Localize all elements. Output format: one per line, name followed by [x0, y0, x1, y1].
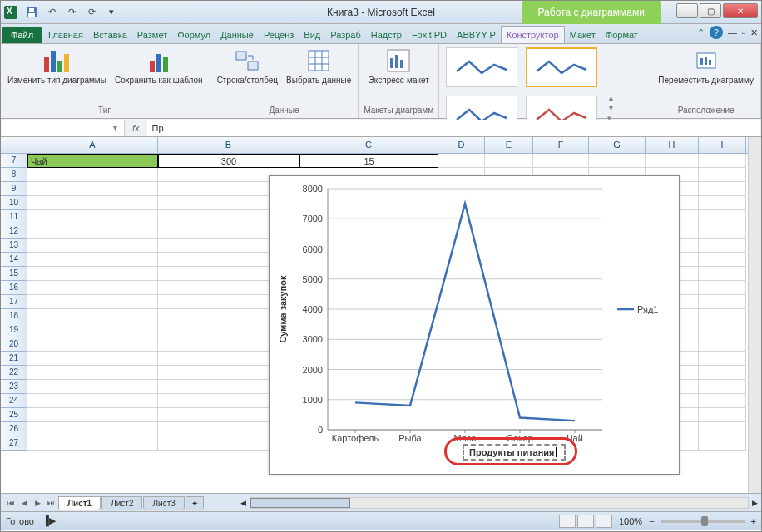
col-header-G[interactable]: G [589, 137, 646, 153]
cell-I8[interactable] [699, 168, 746, 182]
zoom-slider[interactable] [661, 520, 745, 523]
tab-pagelayout[interactable]: Размет [132, 27, 172, 43]
tab-insert[interactable]: Вставка [88, 27, 132, 43]
cell-A19[interactable] [27, 323, 158, 337]
row-header-7[interactable]: 7 [1, 154, 27, 168]
row-header-21[interactable]: 21 [1, 352, 27, 366]
row-header-12[interactable]: 12 [1, 224, 27, 239]
cell-I16[interactable] [699, 281, 746, 295]
save-as-template-button[interactable]: Сохранить как шаблон [113, 46, 205, 86]
tab-review[interactable]: Реценз [259, 27, 299, 43]
file-tab[interactable]: Файл [2, 27, 42, 43]
chart-style-2[interactable] [526, 47, 597, 87]
minimize-ribbon-icon[interactable]: ⌃ [697, 27, 705, 38]
col-header-C[interactable]: C [299, 137, 438, 153]
row-header-14[interactable]: 14 [1, 253, 27, 267]
mdi-restore-icon[interactable]: ▫ [742, 27, 745, 37]
row-header-26[interactable]: 26 [1, 422, 27, 436]
cell-I13[interactable] [699, 239, 746, 253]
row-header-8[interactable]: 8 [1, 168, 27, 182]
row-header-23[interactable]: 23 [1, 380, 27, 394]
mdi-close-icon[interactable]: ✕ [750, 27, 758, 38]
cell-I17[interactable] [699, 295, 746, 309]
qat-dropdown-icon[interactable]: ▾ [102, 3, 121, 22]
cell-A17[interactable] [27, 295, 158, 309]
undo-icon[interactable]: ↶ [42, 3, 61, 22]
view-pagelayout-button[interactable] [577, 515, 594, 528]
row-header-24[interactable]: 24 [1, 394, 27, 408]
cell-I11[interactable] [699, 210, 746, 224]
tab-design[interactable]: Конструктор [501, 26, 565, 43]
cell-I7[interactable] [699, 154, 746, 168]
cell-I19[interactable] [699, 323, 746, 337]
tab-abbyy[interactable]: ABBYY P [452, 27, 501, 43]
quick-layout-button[interactable]: Экспресс-макет [367, 46, 431, 86]
cell-I14[interactable] [699, 253, 746, 267]
cell-A22[interactable] [27, 366, 158, 380]
cell-B7[interactable]: 300 [158, 154, 299, 168]
col-header-B[interactable]: B [158, 137, 299, 153]
zoom-in-button[interactable]: + [751, 516, 756, 526]
cell-I15[interactable] [699, 267, 746, 281]
cell-A25[interactable] [27, 408, 158, 422]
cell-I23[interactable] [699, 380, 746, 394]
zoom-out-button[interactable]: − [649, 516, 654, 526]
tab-data[interactable]: Данные [215, 27, 259, 43]
cell-A10[interactable] [27, 196, 158, 210]
hscroll-right-icon[interactable]: ▶ [749, 499, 761, 507]
change-chart-type-button[interactable]: Изменить тип диаграммы [6, 46, 108, 86]
cell-A9[interactable] [27, 182, 158, 196]
cell-I12[interactable] [699, 224, 746, 239]
tab-formulas[interactable]: Формул [172, 27, 215, 43]
col-header-D[interactable]: D [438, 137, 485, 153]
sheet-nav-next-icon[interactable]: ▶ [31, 496, 44, 510]
cell-A18[interactable] [27, 309, 158, 323]
view-pagebreak-button[interactable] [596, 515, 612, 528]
cell-A27[interactable] [27, 436, 158, 451]
sheet-tab-1[interactable]: Лист1 [58, 496, 101, 510]
cell-A11[interactable] [27, 210, 158, 224]
sheet-nav-last-icon[interactable]: ⏭ [44, 496, 57, 510]
cell-I22[interactable] [699, 366, 746, 380]
row-header-17[interactable]: 17 [1, 295, 27, 309]
row-header-13[interactable]: 13 [1, 239, 27, 253]
cell-I24[interactable] [699, 394, 746, 408]
row-header-9[interactable]: 9 [1, 182, 27, 196]
col-header-I[interactable]: I [699, 137, 746, 153]
sheet-nav-first-icon[interactable]: ⏮ [4, 496, 17, 510]
minimize-button[interactable]: — [676, 3, 698, 18]
mdi-minimize-icon[interactable]: — [728, 27, 737, 37]
embedded-chart[interactable]: 010002000300040005000600070008000Картофе… [269, 175, 680, 475]
cell-A7[interactable]: Чай [27, 154, 158, 168]
cell-H7[interactable] [646, 154, 699, 168]
row-header-10[interactable]: 10 [1, 196, 27, 210]
cell-I26[interactable] [699, 422, 746, 436]
help-icon[interactable]: ? [710, 26, 723, 39]
styles-scroll-up-icon[interactable]: ▲ [607, 94, 615, 102]
row-header-16[interactable]: 16 [1, 281, 27, 295]
save-icon[interactable] [22, 3, 41, 22]
row-header-22[interactable]: 22 [1, 366, 27, 380]
row-header-11[interactable]: 11 [1, 210, 27, 224]
cell-I10[interactable] [699, 196, 746, 210]
cell-A13[interactable] [27, 239, 158, 253]
cell-C7[interactable]: 15 [299, 154, 438, 168]
cell-A12[interactable] [27, 224, 158, 239]
sheet-tab-2[interactable]: Лист2 [101, 496, 142, 510]
select-data-button[interactable]: Выбрать данные [285, 46, 353, 86]
cell-A26[interactable] [27, 422, 158, 436]
col-header-F[interactable]: F [533, 137, 589, 153]
cell-I27[interactable] [699, 436, 746, 451]
cell-D7[interactable] [438, 154, 485, 168]
row-header-19[interactable]: 19 [1, 323, 27, 337]
vertical-scrollbar[interactable] [748, 137, 761, 493]
styles-scroll-down-icon[interactable]: ▼ [607, 104, 615, 112]
cell-A23[interactable] [27, 380, 158, 394]
cell-A14[interactable] [27, 253, 158, 267]
col-header-E[interactable]: E [485, 137, 533, 153]
col-header-A[interactable]: A [27, 137, 158, 153]
new-sheet-button[interactable]: ✦ [186, 496, 204, 510]
tab-view[interactable]: Вид [299, 27, 325, 43]
row-header-15[interactable]: 15 [1, 267, 27, 281]
cell-A24[interactable] [27, 394, 158, 408]
